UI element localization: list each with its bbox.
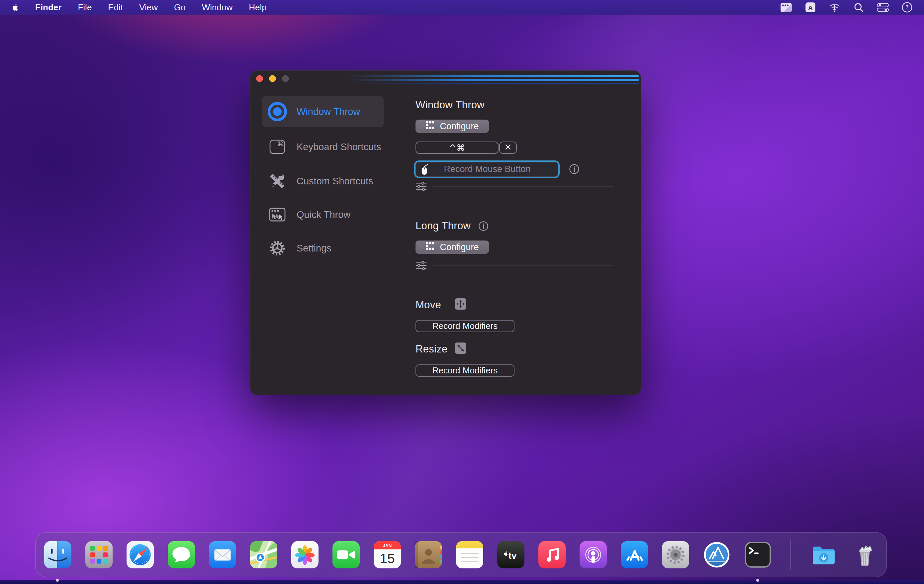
facetime-icon (332, 541, 360, 568)
gear-icon (267, 238, 288, 259)
notes-icon (456, 541, 483, 568)
close-button[interactable] (256, 75, 263, 82)
dock-icon-calendar[interactable]: JAN 15 (374, 541, 401, 568)
screen-bottom-edge (0, 580, 924, 584)
dock-icon-app-store[interactable] (621, 541, 648, 568)
divider (433, 266, 614, 266)
running-indicator-terminal (756, 579, 759, 582)
move-key-icon (455, 298, 466, 310)
clock-icon[interactable]: 7 (901, 2, 913, 13)
spotlight-icon[interactable] (853, 2, 864, 13)
mosaic-icon (703, 541, 730, 568)
move-label: Move (416, 299, 441, 311)
info-icon-long-throw[interactable] (478, 221, 489, 231)
safari-icon (127, 541, 154, 568)
app-window: Window Throw ⌘ Keyboard Shortcuts (250, 71, 641, 395)
window-throw-shortcut-field[interactable]: ^⌘ (416, 142, 498, 154)
long-throw-configure-button[interactable]: Configure (416, 241, 489, 254)
wifi-alert-icon[interactable] (829, 1, 841, 13)
shortcut-value: ^⌘ (449, 143, 465, 153)
control-center-icon[interactable] (877, 3, 889, 12)
dock-icon-notes[interactable] (456, 541, 483, 568)
sliders-icon-long-throw[interactable] (415, 261, 427, 272)
dock-icon-facetime[interactable] (332, 541, 360, 568)
dock-icon-messages[interactable] (168, 541, 195, 568)
divider (433, 186, 614, 187)
running-indicator-finder (56, 579, 59, 582)
dock-icon-terminal[interactable] (744, 541, 772, 568)
dock-icon-tv[interactable]: tv (497, 541, 525, 568)
zoom-button-disabled (282, 75, 289, 82)
podcasts-icon (579, 541, 607, 568)
resize-key-icon (455, 343, 466, 354)
dock-icon-finder[interactable] (44, 541, 71, 568)
dock-icon-contacts[interactable] (415, 541, 442, 568)
resize-label: Resize (416, 343, 448, 355)
dock: JAN 15 (35, 532, 887, 577)
sidebar-label: Window Throw (297, 106, 360, 117)
downloads-folder-icon (810, 541, 837, 568)
menu-file[interactable]: File (78, 2, 92, 13)
menu-help[interactable]: Help (249, 2, 266, 13)
menu-window[interactable]: Window (202, 2, 233, 13)
dock-icon-safari[interactable] (127, 541, 154, 568)
resize-record-modifiers-button[interactable]: Record Modifiers (416, 365, 515, 377)
dock-icon-downloads[interactable] (810, 541, 837, 568)
input-source-icon[interactable]: A (805, 2, 816, 13)
dock-divider (790, 539, 791, 570)
photos-icon (291, 541, 318, 568)
ring-icon (267, 101, 288, 122)
dock-icon-trash[interactable] (851, 541, 878, 568)
record-mouse-placeholder: Record Mouse Button (431, 164, 558, 175)
minimize-button[interactable] (269, 75, 276, 82)
menu-app-name[interactable]: Finder (35, 2, 61, 13)
configure-label: Configure (440, 121, 478, 132)
sidebar-item-window-throw[interactable]: Window Throw (262, 96, 384, 127)
menu-edit[interactable]: Edit (108, 2, 123, 13)
calendar-icon: JAN 15 (374, 541, 401, 568)
menu-bar: Finder File Edit View Go Window Help A (0, 0, 924, 15)
tv-icon: tv (497, 541, 525, 568)
sidebar-item-quick-throw[interactable]: Quick Throw (262, 201, 384, 228)
calendar-day: 15 (380, 551, 395, 566)
clear-shortcut-button[interactable] (499, 142, 517, 154)
terminal-icon (744, 541, 772, 568)
dock-icon-mail[interactable] (209, 541, 236, 568)
sidebar-label: Settings (297, 243, 332, 254)
clock-label: 7 (906, 4, 908, 11)
dock-icon-music[interactable] (538, 541, 566, 568)
cursors-window-icon (267, 204, 288, 225)
record-mouse-button-field[interactable]: Record Mouse Button (414, 160, 559, 178)
sidebar-item-settings[interactable]: Settings (262, 235, 384, 261)
dock-icon-mosaic[interactable] (703, 541, 730, 568)
svg-text:⌘: ⌘ (277, 140, 284, 147)
x-icon (505, 144, 512, 152)
info-icon-record-mouse[interactable] (569, 163, 580, 176)
move-record-modifiers-button[interactable]: Record Modifiers (416, 320, 515, 332)
dock-icon-launchpad[interactable] (85, 541, 112, 568)
music-icon (538, 541, 566, 568)
sidebar-label: Custom Shortcuts (297, 176, 373, 187)
sliders-icon-window-throw[interactable] (415, 181, 427, 193)
mouse-icon (420, 163, 431, 176)
sidebar-item-keyboard-shortcuts[interactable]: ⌘ Keyboard Shortcuts (262, 134, 384, 160)
app-store-icon (621, 541, 648, 568)
menu-view[interactable]: View (139, 2, 158, 13)
section-heading-window-throw: Window Throw (416, 99, 485, 111)
sidebar-label: Quick Throw (297, 209, 350, 220)
sidebar-item-custom-shortcuts[interactable]: Custom Shortcuts (262, 168, 384, 194)
dock-icon-maps[interactable] (250, 541, 277, 568)
dock-icon-podcasts[interactable] (579, 541, 607, 568)
dock-icon-photos[interactable] (291, 541, 318, 568)
launchpad-icon (85, 541, 112, 568)
apple-menu-icon[interactable] (10, 3, 19, 12)
contacts-icon (415, 541, 442, 568)
mail-icon (209, 541, 236, 568)
app-window-icon[interactable] (780, 1, 792, 13)
window-throw-configure-button[interactable]: Configure (416, 120, 489, 133)
maps-icon (250, 541, 277, 568)
input-source-letter: A (808, 4, 813, 12)
section-heading-long-throw: Long Throw (416, 220, 489, 232)
menu-go[interactable]: Go (174, 2, 186, 13)
dock-icon-system-preferences[interactable] (662, 541, 689, 568)
